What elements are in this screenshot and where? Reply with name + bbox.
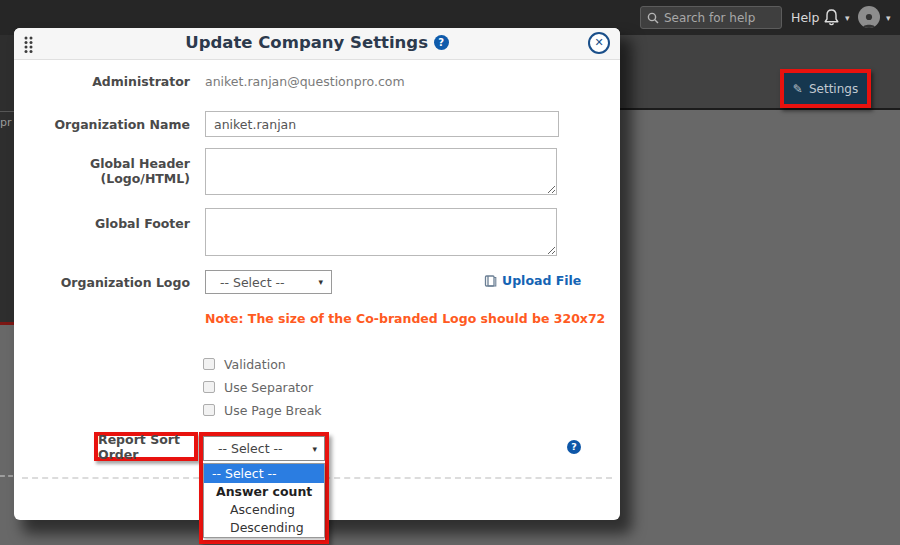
page-left-red-divider <box>0 322 14 325</box>
use-separator-checkbox-row: Use Separator <box>203 380 313 394</box>
report-sort-order-dropdown-annotation-box: -- Select -- ▾ -- Select -- Answer count… <box>199 432 329 544</box>
administrator-value: aniket.ranjan@questionpro.com <box>205 74 405 89</box>
chevron-down-icon: ▾ <box>312 444 317 454</box>
report-sort-order-annotation-box: Report Sort Order <box>94 432 198 461</box>
organization-name-input[interactable] <box>205 111 559 137</box>
title-help-icon[interactable]: ? <box>434 35 449 50</box>
report-sort-order-help-icon[interactable]: ? <box>567 440 581 454</box>
settings-button-label: Settings <box>809 82 858 96</box>
page-left-edge: pr <box>0 35 14 323</box>
page-left-clipped-text: pr <box>0 116 12 129</box>
option-descending[interactable]: Descending <box>204 519 324 537</box>
option-group-answer-count: Answer count <box>204 483 324 501</box>
chevron-down-icon: ▾ <box>318 277 323 287</box>
report-sort-order-options-list: -- Select -- Answer count Ascending Desc… <box>203 463 325 538</box>
use-separator-checkbox[interactable] <box>203 381 215 393</box>
validation-checkbox-row: Validation <box>203 357 286 371</box>
search-icon <box>647 12 659 24</box>
upload-file-icon <box>484 274 497 287</box>
use-page-break-checkbox[interactable] <box>203 404 215 416</box>
use-page-break-checkbox-row: Use Page Break <box>203 403 322 417</box>
settings-button[interactable]: ✎ Settings <box>784 73 867 104</box>
use-page-break-label: Use Page Break <box>224 403 322 418</box>
modal-title-text: Update Company Settings <box>185 33 428 52</box>
logo-size-note: Note: The size of the Co-branded Logo sh… <box>205 311 605 326</box>
validation-label: Validation <box>224 357 286 372</box>
administrator-label: Administrator <box>14 74 190 89</box>
report-sort-order-label: Report Sort Order <box>98 432 194 462</box>
organization-logo-label: Organization Logo <box>14 275 190 290</box>
option-select-placeholder[interactable]: -- Select -- <box>204 464 324 483</box>
report-sort-order-select[interactable]: -- Select -- ▾ <box>203 436 325 461</box>
global-header-textarea[interactable] <box>205 148 557 195</box>
chevron-down-icon[interactable]: ▾ <box>845 13 850 23</box>
global-footer-label: Global Footer <box>14 216 190 231</box>
organization-name-label: Organization Name <box>14 117 190 132</box>
search-input[interactable] <box>664 11 775 25</box>
upload-file-label: Upload File <box>502 273 581 288</box>
page-left-dashed-line <box>0 475 13 477</box>
pencil-icon: ✎ <box>793 82 803 96</box>
chevron-down-icon[interactable]: ▾ <box>886 13 891 23</box>
option-ascending[interactable]: Ascending <box>204 501 324 519</box>
upload-file-link[interactable]: Upload File <box>484 273 581 288</box>
use-separator-label: Use Separator <box>224 380 313 395</box>
page-header-divider <box>618 108 900 110</box>
modal-header: Update Company Settings ? ✕ <box>14 28 620 60</box>
help-link[interactable]: Help <box>791 10 820 25</box>
close-icon[interactable]: ✕ <box>588 32 610 54</box>
report-sort-order-selected-value: -- Select -- <box>218 441 283 456</box>
user-icon <box>861 12 877 28</box>
global-footer-textarea[interactable] <box>205 208 557 256</box>
validation-checkbox[interactable] <box>203 358 215 370</box>
organization-logo-selected-value: -- Select -- <box>220 275 285 290</box>
settings-annotation-box: ✎ Settings <box>780 69 871 108</box>
global-header-label: Global Header (Logo/HTML) <box>14 156 190 186</box>
organization-logo-select[interactable]: -- Select -- ▾ <box>205 270 332 294</box>
page-left-divider <box>0 111 14 112</box>
avatar[interactable] <box>858 6 880 28</box>
update-company-settings-modal: Update Company Settings ? ✕ Administrato… <box>14 28 620 520</box>
search-box[interactable] <box>640 6 782 29</box>
modal-title: Update Company Settings ? <box>14 33 620 52</box>
notifications-bell-icon[interactable] <box>823 8 840 31</box>
